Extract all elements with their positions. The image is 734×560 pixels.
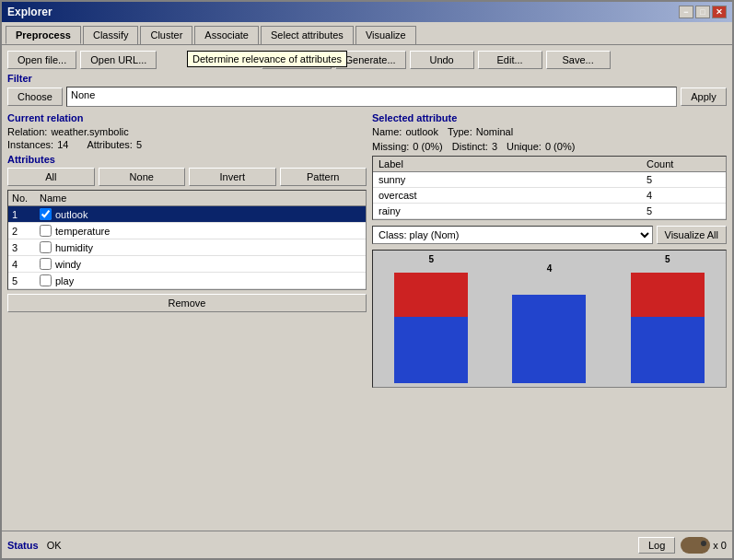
attributes-label: Attributes xyxy=(7,154,367,165)
apply-button[interactable]: Apply xyxy=(681,88,727,106)
attr-checkbox-3[interactable] xyxy=(40,241,52,253)
sa-missing: Missing: 0 (0%) xyxy=(372,141,443,152)
all-button[interactable]: All xyxy=(7,168,95,186)
remove-button[interactable]: Remove xyxy=(7,294,367,312)
bar-overcast-blue xyxy=(512,295,586,383)
attr-name-5: play xyxy=(55,275,362,286)
close-button[interactable]: ✕ xyxy=(712,6,727,18)
bar-overcast: 4 xyxy=(512,254,586,383)
tab-classify[interactable]: Classify xyxy=(83,26,139,44)
attr-row-1[interactable]: 1 outlook xyxy=(8,206,366,223)
tab-select-attributes[interactable]: Select attributes xyxy=(261,26,354,44)
tab-bar: Preprocess Classify Cluster Associate Se… xyxy=(2,22,732,45)
attr-checkbox-5[interactable] xyxy=(40,274,52,286)
attributes-table: No. Name 1 outlook 2 temperature 3 xyxy=(7,190,367,290)
sa-type: Type: Nominal xyxy=(448,126,513,137)
class-select[interactable]: Class: play (Nom) xyxy=(372,226,653,244)
tooltip-box: Determine relevance of attributes xyxy=(187,51,347,67)
chart-area: 5 4 5 xyxy=(372,250,727,388)
attr-row-4[interactable]: 4 windy xyxy=(8,256,366,273)
value-row-1: sunny 5 xyxy=(373,172,726,188)
value-row-2: overcast 4 xyxy=(373,188,726,204)
value-table: Label Count sunny 5 overcast 4 rainy 5 xyxy=(372,156,727,220)
visualize-all-button[interactable]: Visualize All xyxy=(657,226,728,244)
bar-sunny-red xyxy=(394,273,468,317)
worm-icon: x 0 xyxy=(681,537,727,554)
attributes-value: 5 xyxy=(136,139,142,150)
open-url-button[interactable]: Open URL... xyxy=(80,51,157,69)
selected-attr-info2: Missing: 0 (0%) Distinct: 3 Unique: 0 (0… xyxy=(372,141,727,152)
invert-button[interactable]: Invert xyxy=(189,168,276,186)
attr-checkbox-4[interactable] xyxy=(40,258,52,270)
attr-row-5[interactable]: 5 play xyxy=(8,273,366,289)
sa-distinct-value: 3 xyxy=(492,141,497,152)
attr-checkbox-1[interactable] xyxy=(40,208,52,220)
relation-info: Relation: weather.symbolic Instances: 14… xyxy=(7,126,367,150)
bar-sunny-blue xyxy=(394,317,468,383)
main-window: Explorer − □ ✕ Preprocess Classify Clust… xyxy=(0,0,734,560)
col-no-header: No. xyxy=(12,192,40,204)
bar-overcast-bar xyxy=(512,295,586,383)
attr-row-2[interactable]: 2 temperature xyxy=(8,223,366,239)
sa-distinct-label: Distinct: xyxy=(452,141,488,152)
filter-row: Choose None Apply xyxy=(7,87,727,107)
filter-label: Filter xyxy=(7,73,727,84)
edit-button[interactable]: Edit... xyxy=(478,51,542,69)
filter-section: Filter Choose None Apply xyxy=(7,73,727,107)
sa-unique: Unique: 0 (0%) xyxy=(507,141,575,152)
none-button[interactable]: None xyxy=(99,168,186,186)
sa-unique-value: 0 (0%) xyxy=(545,141,575,152)
attr-name-1: outlook xyxy=(55,209,362,220)
sa-unique-label: Unique: xyxy=(507,141,542,152)
pattern-button[interactable]: Pattern xyxy=(280,168,367,186)
choose-button[interactable]: Choose xyxy=(7,88,63,106)
left-panel: Current relation Relation: weather.symbo… xyxy=(7,112,367,388)
status-value: OK xyxy=(47,540,62,551)
selected-attr-info: Name: outlook Type: Nominal xyxy=(372,126,727,137)
log-button[interactable]: Log xyxy=(638,537,675,554)
window-title: Explorer xyxy=(7,6,52,18)
current-relation-label: Current relation xyxy=(7,112,367,123)
attr-name-2: temperature xyxy=(55,226,362,237)
attr-no-1: 1 xyxy=(12,209,40,220)
maximize-button[interactable]: □ xyxy=(695,6,710,18)
bar-sunny-bar xyxy=(394,273,468,383)
relation-item: Relation: weather.symbolic xyxy=(7,126,129,137)
sa-type-label: Type: xyxy=(448,126,472,137)
value-table-header: Label Count xyxy=(373,157,726,172)
relation-value: weather.symbolic xyxy=(51,126,128,137)
sa-name-label: Name: xyxy=(372,126,402,137)
save-button[interactable]: Save... xyxy=(546,51,611,69)
tab-associate[interactable]: Associate xyxy=(194,26,259,44)
bar-sunny: 5 xyxy=(394,254,468,383)
sa-missing-label: Missing: xyxy=(372,141,409,152)
attr-name-3: humidity xyxy=(55,242,362,253)
undo-button[interactable]: Undo xyxy=(410,51,474,69)
attr-checkbox-2[interactable] xyxy=(40,225,52,237)
sa-type-value: Nominal xyxy=(476,126,513,137)
tab-preprocess[interactable]: Preprocess xyxy=(6,26,81,44)
worm-graphic xyxy=(681,537,710,554)
tab-visualize[interactable]: Visualize xyxy=(355,26,416,44)
val-label-3: rainy xyxy=(379,205,647,216)
tab-cluster[interactable]: Cluster xyxy=(140,26,192,44)
val-count-3: 5 xyxy=(647,205,720,216)
minimize-button[interactable]: − xyxy=(679,6,693,18)
attr-no-5: 5 xyxy=(12,275,40,286)
attributes-label: Attributes: xyxy=(87,139,133,150)
val-count-2: 4 xyxy=(647,190,720,201)
attr-row-3[interactable]: 3 humidity xyxy=(8,239,366,256)
status-bar: Status OK Log x 0 xyxy=(2,531,732,558)
val-label-2: overcast xyxy=(379,190,647,201)
attr-no-3: 3 xyxy=(12,242,40,253)
val-count-1: 5 xyxy=(647,174,720,185)
bar-overcast-count: 4 xyxy=(547,263,553,274)
value-row-3: rainy 5 xyxy=(373,204,726,219)
title-controls: − □ ✕ xyxy=(679,6,727,18)
instances-row: Instances: 14 Attributes: 5 xyxy=(7,139,367,150)
bar-rainy-bar xyxy=(631,273,705,383)
main-content: Open file... Open URL... Determine relev… xyxy=(2,45,732,393)
open-file-button[interactable]: Open file... xyxy=(7,51,76,69)
instances-label: Instances: xyxy=(7,139,53,150)
toolbar: Open file... Open URL... Determine relev… xyxy=(7,51,727,69)
